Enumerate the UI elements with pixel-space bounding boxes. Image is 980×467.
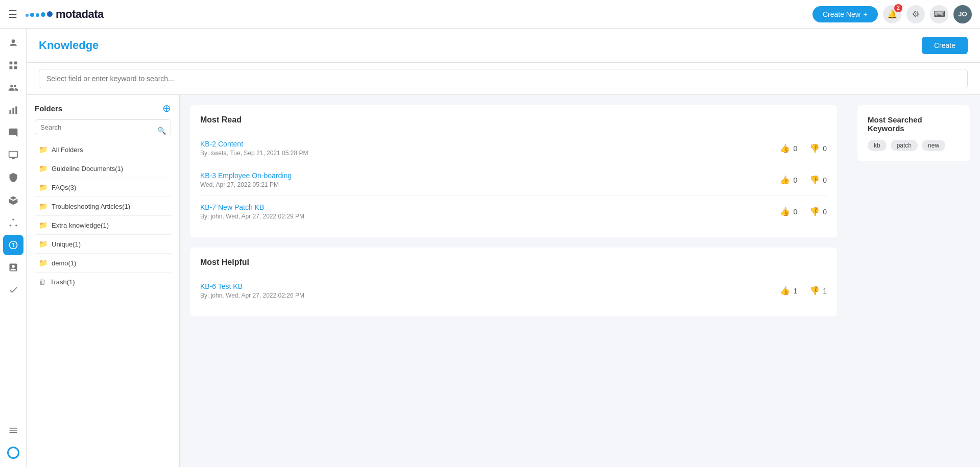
- kb-votes-0: 👍 0 👎 0: [780, 143, 827, 153]
- sidebar-nav: [0, 29, 27, 467]
- create-new-button[interactable]: Create New +: [812, 6, 878, 22]
- folder-search-wrapper: 🔍: [35, 119, 171, 141]
- folder-item-troubleshoot[interactable]: 📁 Troubleshooting Articles(1): [35, 198, 171, 214]
- nav-item-box[interactable]: [3, 190, 23, 210]
- folder-label-troubleshoot: Troubleshooting Articles(1): [52, 203, 130, 210]
- nav-item-knowledge[interactable]: [3, 235, 23, 255]
- folder-label-guideline: Guideline Documents(1): [52, 165, 123, 173]
- dot3: [47, 11, 53, 17]
- kb-item-meta-0: By: sweta, Tue, Sep 21, 2021 05:28 PM: [200, 150, 308, 157]
- page-header: Knowledge Create: [27, 29, 980, 63]
- keyword-tag-new[interactable]: new: [922, 140, 945, 151]
- helpful-thumb-down-icon-0[interactable]: 👎: [809, 286, 820, 296]
- kb-item-title-2[interactable]: KB-7 New Patch KB: [200, 203, 304, 211]
- vote-up-0: 👍 0: [780, 143, 797, 153]
- kb-votes-2: 👍 0 👎 0: [780, 207, 827, 216]
- folder-item-trash[interactable]: 🗑 Trash(1): [35, 274, 171, 290]
- kb-item-1: KB-3 Employee On-boarding Wed, Apr 27, 2…: [200, 164, 827, 196]
- nav-item-grid[interactable]: [3, 55, 23, 76]
- kb-item-meta-2: By: john, Wed, Apr 27, 2022 02:29 PM: [200, 213, 304, 220]
- logo-dots: [26, 11, 53, 17]
- nav-item-approval[interactable]: [3, 280, 23, 300]
- folder-item-extra[interactable]: 📁 Extra knowledge(1): [35, 217, 171, 233]
- nav-item-circle[interactable]: [3, 443, 23, 463]
- kb-item-title-0[interactable]: KB-2 Content: [200, 140, 308, 148]
- hamburger-icon[interactable]: ☰: [8, 8, 17, 20]
- nav-item-charts[interactable]: [3, 100, 23, 120]
- folder-search-input[interactable]: [35, 119, 171, 135]
- thumb-up-icon-0[interactable]: 👍: [780, 143, 790, 153]
- kb-helpful-meta-0: By: john, Wed, Apr 27, 2022 02:26 PM: [200, 292, 304, 299]
- vote-down-1: 👎 0: [809, 175, 827, 185]
- keyboard-button[interactable]: ⌨: [930, 5, 948, 23]
- helpful-vote-down-count-0: 1: [823, 287, 827, 295]
- create-page-button[interactable]: Create: [922, 37, 968, 54]
- svg-rect-5: [9, 110, 11, 114]
- kb-helpful-info-0: KB-6 Test KB By: john, Wed, Apr 27, 2022…: [200, 282, 304, 299]
- folder-item-demo[interactable]: 📁 demo(1): [35, 255, 171, 271]
- kb-item-title-1[interactable]: KB-3 Employee On-boarding: [200, 171, 292, 180]
- folder-label-trash: Trash(1): [50, 278, 75, 286]
- kb-votes-1: 👍 0 👎 0: [780, 175, 827, 185]
- folder-icon-guideline: 📁: [39, 164, 47, 173]
- search-bar-container: [27, 63, 980, 95]
- create-new-plus: +: [864, 10, 868, 18]
- nav-item-contacts[interactable]: [3, 78, 23, 98]
- helpful-thumb-up-icon-0[interactable]: 👍: [780, 286, 790, 296]
- keyword-tag-kb[interactable]: kb: [868, 140, 887, 151]
- kb-item-0: KB-2 Content By: sweta, Tue, Sep 21, 202…: [200, 133, 827, 164]
- svg-rect-7: [15, 107, 17, 114]
- header-left: ☰ motadata: [8, 8, 104, 21]
- top-header: ☰ motadata Create New + 🔔 2 ⚙ ⌨ JO: [0, 0, 980, 29]
- thumb-up-icon-1[interactable]: 👍: [780, 175, 790, 185]
- nav-item-reports[interactable]: [3, 257, 23, 278]
- vote-down-2: 👎 0: [809, 207, 827, 216]
- nav-item-network[interactable]: [3, 212, 23, 233]
- add-folder-button[interactable]: ⊕: [162, 103, 171, 113]
- thumb-down-icon-1[interactable]: 👎: [809, 175, 820, 185]
- vote-up-count-2: 0: [793, 208, 797, 216]
- svg-rect-2: [14, 62, 17, 65]
- kb-helpful-votes-0: 👍 1 👎 1: [780, 286, 827, 296]
- kb-helpful-title-0[interactable]: KB-6 Test KB: [200, 282, 304, 290]
- nav-item-monitor[interactable]: [3, 145, 23, 165]
- nav-item-list[interactable]: [3, 420, 23, 440]
- svg-point-10: [15, 225, 17, 226]
- kb-helpful-item-0: KB-6 Test KB By: john, Wed, Apr 27, 2022…: [200, 275, 827, 306]
- folder-label-demo: demo(1): [52, 259, 76, 267]
- vote-up-2: 👍 0: [780, 207, 797, 216]
- dot2: [41, 12, 45, 17]
- svg-point-9: [9, 225, 11, 226]
- thumb-down-icon-2[interactable]: 👎: [809, 207, 820, 216]
- settings-button[interactable]: ⚙: [906, 5, 925, 23]
- vote-up-count-0: 0: [793, 144, 797, 153]
- kb-item-info-1: KB-3 Employee On-boarding Wed, Apr 27, 2…: [200, 171, 292, 188]
- nav-item-chat[interactable]: [3, 122, 23, 143]
- keyword-tag-patch[interactable]: patch: [891, 140, 918, 151]
- folder-icon-demo: 📁: [39, 259, 47, 267]
- thumb-down-icon-0[interactable]: 👎: [809, 143, 820, 153]
- search-input[interactable]: [39, 69, 968, 88]
- vote-down-count-0: 0: [823, 144, 827, 153]
- folder-icon-unique: 📁: [39, 240, 47, 248]
- header-right: Create New + 🔔 2 ⚙ ⌨ JO: [812, 5, 972, 23]
- most-helpful-section: Most Helpful KB-6 Test KB By: john, Wed,…: [190, 248, 837, 316]
- folder-item-guideline[interactable]: 📁 Guideline Documents(1): [35, 160, 171, 177]
- avatar-button[interactable]: JO: [953, 5, 972, 23]
- helpful-vote-up-0: 👍 1: [780, 286, 797, 296]
- vote-up-count-1: 0: [793, 176, 797, 184]
- nav-item-shield[interactable]: [3, 167, 23, 188]
- folder-item-unique[interactable]: 📁 Unique(1): [35, 236, 171, 252]
- dot1: [36, 13, 39, 17]
- nav-item-agents[interactable]: [3, 33, 23, 53]
- vote-up-1: 👍 0: [780, 175, 797, 185]
- vote-down-count-1: 0: [823, 176, 827, 184]
- folder-item-all[interactable]: 📁 All Folders: [35, 141, 171, 158]
- notifications-button[interactable]: 🔔 2: [883, 5, 901, 23]
- page-title: Knowledge: [39, 39, 99, 52]
- svg-rect-6: [12, 108, 14, 114]
- folder-item-faq[interactable]: 📁 FAQs(3): [35, 179, 171, 195]
- kb-item-meta-1: Wed, Apr 27, 2022 05:21 PM: [200, 181, 292, 188]
- thumb-up-icon-2[interactable]: 👍: [780, 207, 790, 216]
- kb-item-info-0: KB-2 Content By: sweta, Tue, Sep 21, 202…: [200, 140, 308, 157]
